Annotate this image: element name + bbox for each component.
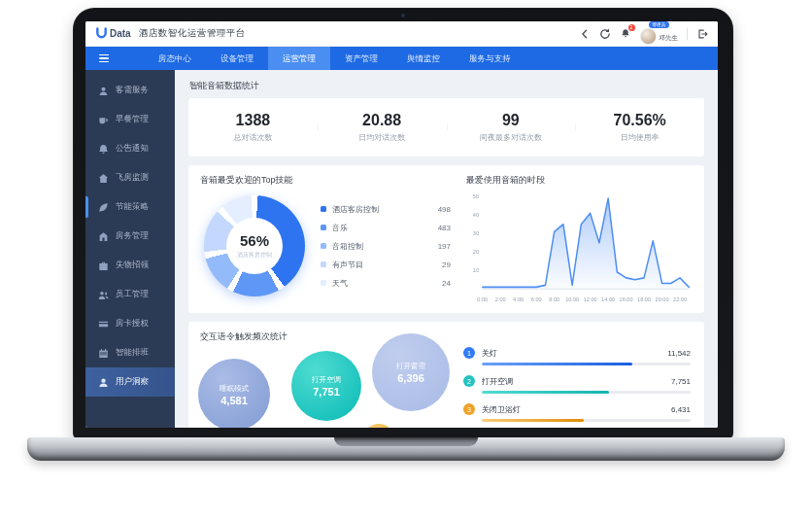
sidebar-item-1[interactable]: 客需服务 (85, 76, 175, 105)
svg-text:10: 10 (473, 267, 480, 273)
rank-value: 6,431 (671, 405, 691, 414)
rank-bar-fill (482, 363, 632, 365)
briefcase-icon (98, 260, 109, 271)
legend-label: 音箱控制 (332, 241, 408, 252)
user-icon (98, 86, 109, 96)
sidebar-item-2[interactable]: 早餐管理 (85, 105, 175, 134)
rank-bar-track (482, 391, 691, 394)
commands-title: 交互语令触发频次统计 (200, 330, 693, 343)
svg-text:40: 40 (473, 212, 480, 218)
nav-tab-2[interactable]: 设备管理 (206, 47, 268, 70)
charts-card: 音箱最受欢迎的Top技能 56% 酒店客房控制 酒店客房控制498音乐483音箱… (188, 165, 704, 313)
sidebar-item-4[interactable]: 飞房监测 (85, 163, 175, 192)
rank-row-1: 1关灯11,542 (463, 347, 691, 365)
user-menu[interactable]: 管理员 邓先生 (640, 23, 679, 45)
legend-swatch (321, 280, 326, 286)
insight-icon (98, 377, 109, 388)
rank-row-2: 2打开空调7,751 (463, 375, 691, 394)
home-icon (98, 173, 109, 184)
top-nav: 房态中心设备管理运营管理资产管理舆情监控服务与支持 (85, 47, 718, 70)
command-ranking: 1关灯11,5422打开空调7,7513关闭卫浴灯6,431 (463, 347, 691, 428)
nav-tab-3[interactable]: 运营管理 (268, 47, 330, 70)
logout-icon[interactable] (696, 28, 708, 40)
svg-text:22:00: 22:00 (673, 295, 688, 301)
rank-label: 关闭卫浴灯 (482, 404, 521, 415)
command-bubble-1: 睡眠模式4,581 (198, 359, 270, 428)
svg-text:14:00: 14:00 (601, 295, 616, 301)
legend-swatch (321, 261, 326, 267)
rank-badge: 3 (463, 403, 475, 415)
sidebar-item-6[interactable]: 房务管理 (85, 222, 175, 251)
user-name: 邓先生 (660, 34, 679, 43)
stat-cell-4: 70.56%日均使用率 (575, 112, 704, 143)
refresh-icon[interactable] (599, 28, 611, 40)
main-content: 智能音箱数据统计 1388总对话次数20.88日均对话次数99间夜最多对话次数7… (175, 70, 718, 428)
notifications-bell-icon[interactable]: 2 (620, 28, 631, 40)
usage-line-chart: 10203040500:002:004:006:008:0010:0012:00… (466, 189, 693, 313)
rank-bar-fill (482, 391, 609, 394)
sidebar-item-label: 公告通知 (116, 143, 149, 155)
skills-donut-chart: 56% 酒店客房控制 (204, 195, 305, 296)
stat-cell-3: 99间夜最多对话次数 (447, 112, 576, 143)
stat-label: 间夜最多对话次数 (447, 132, 576, 143)
commands-card: 交互语令触发频次统计 睡眠模式4,581打开空调7,751打开窗帘6,396 1… (188, 322, 704, 428)
nav-tab-5[interactable]: 舆情监控 (392, 47, 455, 70)
logo-text: Data (110, 28, 131, 39)
legend-value: 29 (442, 260, 455, 269)
legend-row-3: 音箱控制197 (321, 237, 455, 256)
donut-center-value: 56% (240, 232, 269, 249)
rank-bar-track (482, 419, 691, 422)
nav-tab-4[interactable]: 资产管理 (330, 47, 392, 70)
svg-text:8:00: 8:00 (549, 295, 560, 301)
app-header: Data 酒店数智化运营管理平台 2 (85, 21, 718, 47)
calendar-icon (98, 348, 109, 359)
sidebar-item-label: 用户洞察 (116, 376, 149, 388)
avatar[interactable] (640, 28, 657, 45)
command-bubble-3: 打开窗帘6,396 (372, 333, 450, 411)
legend-row-2: 音乐483 (321, 219, 455, 237)
svg-text:20:00: 20:00 (656, 295, 670, 301)
donut-center-label: 酒店客房控制 (237, 251, 272, 260)
legend-label: 天气 (332, 278, 408, 289)
notification-badge: 2 (628, 24, 635, 31)
stat-label: 总对话次数 (188, 132, 318, 143)
bubble-value: 6,396 (397, 372, 424, 384)
legend-row-5: 天气24 (321, 274, 455, 293)
header-actions: 2 管理员 邓先生 (579, 23, 709, 45)
sidebar-item-label: 失物招领 (116, 260, 149, 271)
nav-tab-6[interactable]: 服务与支持 (455, 47, 525, 70)
svg-text:4:00: 4:00 (513, 295, 524, 301)
sidebar-item-9[interactable]: 房卡授权 (85, 309, 175, 338)
nav-tab-1[interactable]: 房态中心 (144, 47, 206, 70)
sidebar-item-5[interactable]: 节能策略 (85, 192, 175, 222)
divider (687, 28, 688, 40)
section-title-speaker-stats: 智能音箱数据统计 (189, 80, 704, 92)
sidebar-item-7[interactable]: 失物招领 (85, 251, 175, 280)
back-icon[interactable] (579, 28, 591, 40)
svg-text:18:00: 18:00 (637, 295, 652, 301)
legend-label: 有声节目 (332, 260, 408, 270)
legend-value: 24 (442, 279, 455, 288)
sidebar: 客需服务早餐管理公告通知飞房监测节能策略房务管理失物招领员工管理房卡授权智能排班… (85, 70, 175, 428)
laptop-base-notch (334, 437, 478, 446)
sidebar-item-3[interactable]: 公告通知 (85, 134, 175, 163)
sidebar-item-11[interactable]: 用户洞察 (85, 367, 175, 397)
bubble-label: 打开空调 (312, 375, 341, 385)
top-skills-title: 音箱最受欢迎的Top技能 (200, 174, 455, 187)
cup-icon (98, 115, 109, 125)
page-title: 酒店数智化运营管理平台 (139, 27, 246, 40)
command-bubble-2: 打开空调7,751 (291, 351, 361, 421)
stat-value: 20.88 (318, 112, 447, 129)
legend-swatch (321, 225, 326, 230)
sidebar-item-8[interactable]: 员工管理 (85, 280, 175, 309)
people-icon (98, 290, 109, 300)
top-skills-panel: 音箱最受欢迎的Top技能 56% 酒店客房控制 酒店客房控制498音乐483音箱… (200, 174, 455, 304)
svg-text:2:00: 2:00 (495, 295, 507, 301)
svg-text:30: 30 (473, 230, 480, 236)
sidebar-item-10[interactable]: 智能排班 (85, 338, 175, 367)
menu-hamburger-icon[interactable] (85, 47, 118, 70)
legend-row-1: 酒店客房控制498 (321, 200, 455, 219)
sidebar-item-label: 房务管理 (116, 230, 149, 242)
bubble-label: 打开窗帘 (396, 362, 425, 371)
stat-value: 99 (447, 112, 576, 129)
